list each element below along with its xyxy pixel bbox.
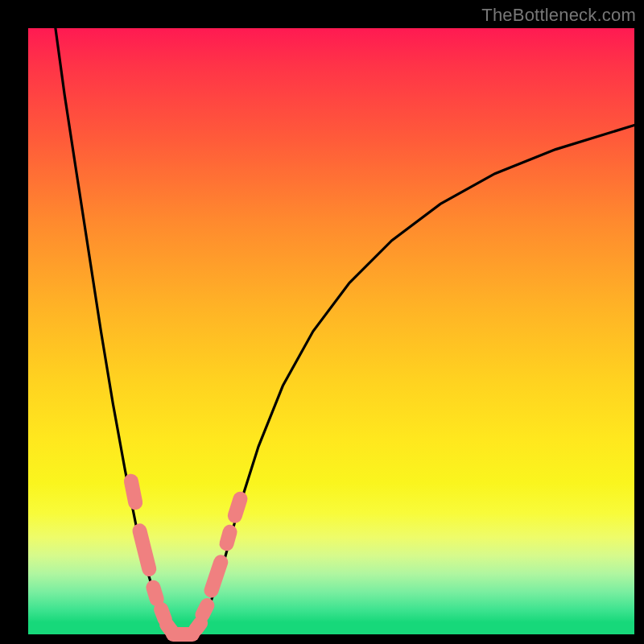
curve-left <box>56 28 174 634</box>
watermark-text: TheBottleneck.com <box>481 5 636 26</box>
curve-svg <box>28 28 634 634</box>
chart-frame: TheBottleneck.com <box>0 0 644 644</box>
curve-right <box>192 126 634 635</box>
plot-area <box>28 28 634 634</box>
